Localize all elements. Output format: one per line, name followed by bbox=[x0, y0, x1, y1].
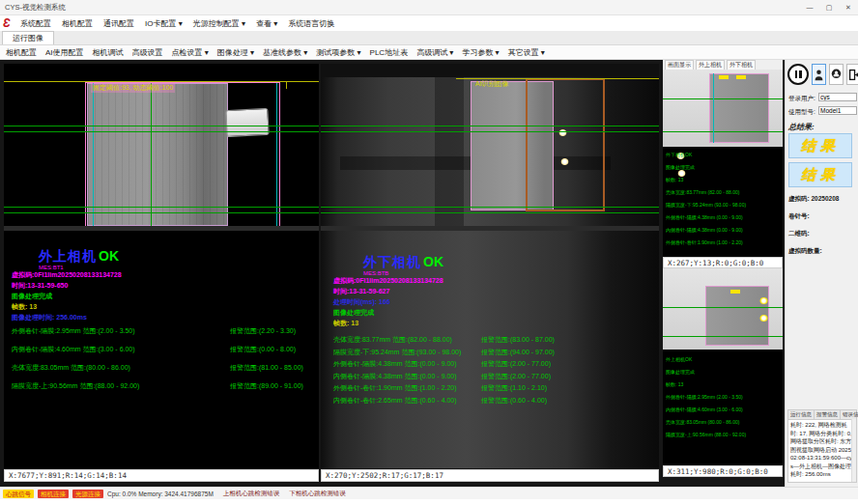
measurement-row: 内侧卷针-隔膜:4.60mm 范围:(3.00 - 6.00) 报警范围:(0.… bbox=[12, 345, 315, 363]
info-tab[interactable]: 错误信息 bbox=[841, 410, 858, 419]
green-reference-line bbox=[663, 131, 783, 132]
menu-item[interactable]: 相机配置 bbox=[62, 18, 93, 29]
pixel-coords-center: X:270;Y:2502;R:17;G:17;B:17 bbox=[321, 469, 659, 482]
toolbar: 相机配置AI使用配置相机调试高级设置点检设置 ▾图像处理 ▾基准线参数 ▾测试项… bbox=[0, 45, 858, 60]
thumbnail-tab[interactable]: 画面显示 bbox=[665, 60, 694, 70]
menu-item[interactable]: 系统语言切换 bbox=[288, 18, 334, 29]
toolbar-button[interactable]: 点检设置 ▾ bbox=[172, 47, 209, 58]
measurement-value: 内侧卷针-隔膜:4.38mm 范围:(0.00 - 9.00) bbox=[333, 372, 481, 384]
cyan-measure-line bbox=[93, 83, 94, 226]
thumb-text-line: 隔膜宽度-下:95.24mm (93.00 - 98.00) bbox=[666, 199, 746, 211]
info-panel: 运行信息报警信息错误信息 耗时: 222, 网络检测耗时: 17, 网络分类耗时… bbox=[787, 409, 857, 483]
green-reference-line bbox=[321, 207, 659, 208]
titlebar: CYS-视觉检测系统 — ▢ ✕ bbox=[0, 0, 858, 15]
green-reference-line bbox=[663, 336, 783, 337]
camera-view-lower-outer[interactable]: AI识别图像 外下相机OK MES:BTB 虚拟码:0FI1Iim2025020… bbox=[321, 64, 659, 468]
maximize-button[interactable]: ▢ bbox=[819, 1, 839, 14]
thumb-text-line: 外侧卷针-隔膜:4.38mm (0.00 - 9.00) bbox=[666, 211, 746, 224]
virtual-code-text: 虚拟码:0FI1Iim20250208133134728 bbox=[12, 269, 122, 280]
weld-glint bbox=[759, 297, 768, 304]
tab-run-image[interactable]: 运行图像 bbox=[2, 31, 54, 44]
user-login-button[interactable] bbox=[812, 64, 826, 85]
result-ok-text: OK bbox=[99, 248, 119, 264]
ai-region-label: AI识别图像 bbox=[475, 79, 509, 89]
info-tab[interactable]: 报警信息 bbox=[815, 410, 841, 419]
thumb-text-line: 图像处理完成 bbox=[666, 366, 746, 378]
toolbar-button[interactable]: 相机配置 bbox=[6, 47, 37, 58]
total-result-label: 总结果: bbox=[788, 122, 815, 132]
thumbnail-tab[interactable]: 外上相机 bbox=[696, 60, 725, 70]
toolbar-button[interactable]: 高级调试 ▾ bbox=[416, 47, 453, 58]
image-bottom-band bbox=[321, 226, 659, 231]
menu-item[interactable]: IO卡配置 ▾ bbox=[145, 18, 183, 29]
camera-view-upper-outer[interactable]: 固定阈值:93, 动态阈值:100 外上相机OK MES:BT1 虚拟码:0FI… bbox=[4, 64, 319, 468]
process-done-text: 图像处理完成 bbox=[12, 291, 122, 301]
yellow-marker-line bbox=[286, 81, 287, 89]
menu-item[interactable]: 通讯配置 bbox=[103, 18, 134, 29]
toolbar-button[interactable]: 高级设置 bbox=[132, 47, 163, 58]
close-button[interactable]: ✕ bbox=[839, 1, 858, 14]
toolbar-button[interactable]: 学习参数 ▾ bbox=[462, 47, 499, 58]
toolbar-button[interactable]: 其它设置 ▾ bbox=[508, 47, 545, 58]
status-bar: 心跳信号 相机连接 光源连接 Cpu: 0.0% Memory: 3424.41… bbox=[0, 487, 858, 499]
camera-name: 外下相机 bbox=[363, 254, 421, 269]
toolbar-button[interactable]: 图像处理 ▾ bbox=[217, 47, 254, 58]
thumb-text-line: 内侧卷针-隔膜:4.38mm (0.00 - 9.00) bbox=[666, 224, 746, 237]
part-image bbox=[87, 83, 228, 226]
thumb-text-lines: 外下相机OK图像处理完成帧数: 13壳体宽度:83.77mm (82.00 - … bbox=[666, 149, 746, 249]
tab-connector-image bbox=[225, 108, 269, 137]
camera-connection-badge: 相机连接 bbox=[38, 490, 69, 498]
machine-column bbox=[435, 77, 464, 226]
thumb-text-line: 外上相机OK bbox=[666, 353, 746, 366]
exit-button[interactable] bbox=[846, 64, 858, 85]
measurement-row: 外侧卷针-卷针:1.90mm 范围:(1.00 - 2.20) 报警范围:(1.… bbox=[333, 383, 652, 396]
info-scrollbar[interactable] bbox=[851, 419, 856, 482]
menu-item[interactable]: 光源控制配置 ▾ bbox=[193, 18, 245, 29]
side-panel: 登录用户: 使用型号: 总结果: 结果 结果 虚拟码: 20250208 卷针号… bbox=[785, 60, 858, 487]
measurement-alarm-range: 报警范围:(1.10 - 2.10) bbox=[481, 383, 652, 396]
upper-camera-heartbeat-text: 上相机心跳检测错误 bbox=[223, 490, 280, 498]
green-reference-line bbox=[321, 212, 659, 213]
minimize-button[interactable]: — bbox=[800, 1, 819, 14]
login-user-label: 登录用户: bbox=[788, 95, 815, 103]
threshold-label: 固定阈值:93, 动态阈值:100 bbox=[91, 83, 175, 93]
toolbar-button[interactable]: PLC地址表 bbox=[370, 47, 409, 58]
thumb-part-image bbox=[709, 73, 769, 143]
result-ok-text: OK bbox=[423, 254, 443, 269]
info-tab[interactable]: 运行信息 bbox=[788, 410, 815, 419]
thumbnail-tab[interactable]: 外下相机 bbox=[727, 60, 756, 70]
toolbar-items: 相机配置AI使用配置相机调试高级设置点检设置 ▾图像处理 ▾基准线参数 ▾测试项… bbox=[6, 47, 554, 58]
frame-count-text: 帧数: 13 bbox=[12, 301, 122, 312]
measurement-row: 外侧卷针-隔膜:4.38mm 范围:(0.00 - 9.00) 报警范围:(2.… bbox=[333, 359, 652, 372]
toolbar-button[interactable]: 相机调试 bbox=[93, 47, 124, 58]
measurement-alarm-range: 报警范围:(83.00 - 87.00) bbox=[481, 335, 652, 348]
part-texture bbox=[88, 84, 227, 225]
thumb-text-line: 外侧卷针-隔膜:2.95mm (2.00 - 3.50) bbox=[666, 391, 746, 404]
measurement-row: 隔膜宽度-下:95.24mm 范围:(93.00 - 98.00) 报警范围:(… bbox=[333, 348, 652, 360]
toolbar-button[interactable]: AI使用配置 bbox=[45, 47, 84, 58]
window-controls: — ▢ ✕ bbox=[800, 1, 858, 14]
thumbnail-view-1[interactable]: 外下相机OK图像处理完成帧数: 13壳体宽度:83.77mm (82.00 - … bbox=[663, 70, 783, 257]
measurement-value: 外侧卷针-隔膜:4.38mm 范围:(0.00 - 9.00) bbox=[333, 359, 481, 372]
pause-icon bbox=[795, 70, 798, 78]
toolbar-button[interactable]: 基准线参数 ▾ bbox=[263, 47, 307, 58]
user-icon bbox=[815, 69, 823, 81]
measurement-value: 外侧卷针-隔膜:2.95mm 范围:(2.00 - 3.50) bbox=[12, 326, 230, 345]
result-text-1: 结果 bbox=[801, 137, 840, 155]
pause-button[interactable] bbox=[787, 64, 809, 85]
toolbar-button[interactable]: 测试项参数 ▾ bbox=[316, 47, 360, 58]
model-input[interactable] bbox=[818, 106, 857, 115]
login-user-input[interactable] bbox=[818, 93, 857, 101]
camera-result-title: 外上相机OK MES:BT1 bbox=[39, 247, 119, 271]
exit-door-icon bbox=[848, 69, 858, 81]
ai-roi-rect-orange bbox=[526, 78, 605, 211]
pixel-coords-left: X:7677;Y:891;R:14;G:14;B:14 bbox=[4, 469, 319, 482]
green-reference-line bbox=[321, 131, 659, 132]
model-label: 使用型号: bbox=[788, 108, 815, 117]
result-display-2: 结果 bbox=[788, 162, 852, 187]
menu-item[interactable]: 查看 ▾ bbox=[256, 18, 277, 29]
user-manage-button[interactable] bbox=[829, 64, 844, 85]
thumbnail-view-2[interactable]: 外上相机OK图像处理完成帧数: 13外侧卷针-隔膜:2.95mm (2.00 -… bbox=[663, 268, 783, 465]
menu-item[interactable]: 系统配置 bbox=[20, 18, 51, 29]
measurement-value: 内侧卷针-卷针:2.65mm 范围:(0.60 - 4.00) bbox=[333, 396, 481, 408]
